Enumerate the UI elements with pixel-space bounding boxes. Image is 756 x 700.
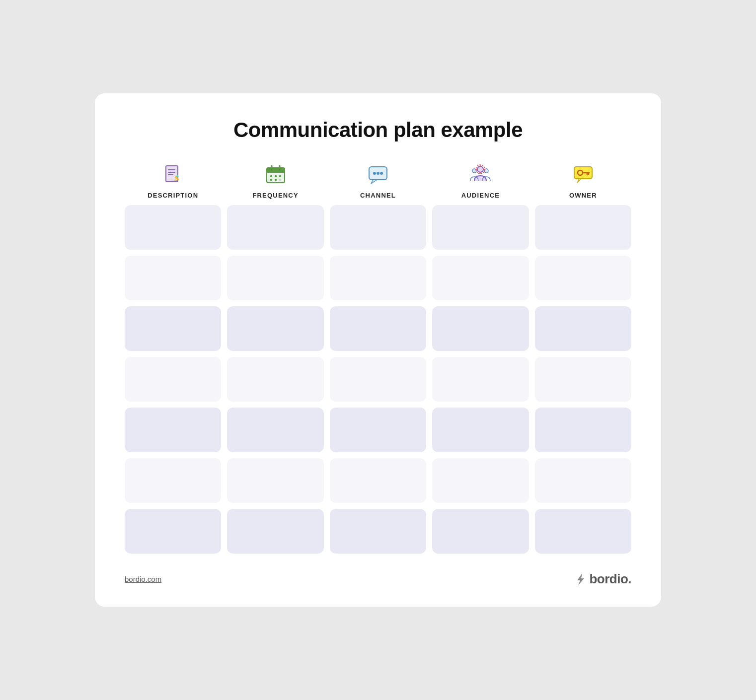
table-cell <box>125 256 221 300</box>
svg-rect-16 <box>279 175 281 177</box>
header-channel-label: CHANNEL <box>360 192 396 199</box>
svg-marker-34 <box>577 179 581 183</box>
table-cell <box>535 306 631 351</box>
audience-icon <box>467 162 493 188</box>
svg-rect-19 <box>279 179 281 181</box>
header-description: DESCRIPTION <box>125 162 221 199</box>
table-cell <box>535 509 631 554</box>
svg-point-25 <box>477 166 483 172</box>
table-cell <box>535 205 631 250</box>
svg-point-23 <box>377 172 379 175</box>
brand-logo-icon <box>573 572 587 586</box>
table-cell <box>125 509 221 554</box>
table-cell <box>330 458 426 503</box>
svg-marker-21 <box>371 180 377 184</box>
table-cell <box>535 458 631 503</box>
svg-rect-11 <box>267 171 285 173</box>
table-cell <box>125 408 221 452</box>
key-icon <box>570 162 596 188</box>
table-cell <box>432 357 529 402</box>
header-frequency: FREQUENCY <box>227 162 323 199</box>
table-cell <box>330 256 426 300</box>
footer: bordio.com bordio. <box>125 571 631 587</box>
table-cell <box>227 256 323 300</box>
header-description-label: DESCRIPTION <box>148 192 198 199</box>
table-header: DESCRIPTION FR <box>125 162 631 199</box>
table-row <box>125 408 631 452</box>
header-channel: CHANNEL <box>330 162 426 199</box>
table-cell <box>432 408 529 452</box>
table-row <box>125 306 631 351</box>
table-row <box>125 458 631 503</box>
svg-rect-15 <box>275 175 277 177</box>
table-cell <box>535 408 631 452</box>
brandmark: bordio. <box>573 571 631 587</box>
svg-point-22 <box>373 172 376 175</box>
svg-rect-17 <box>270 179 272 181</box>
main-card: Communication plan example <box>95 93 661 607</box>
table-cell <box>227 458 323 503</box>
table-body <box>125 205 631 554</box>
table-cell <box>227 408 323 452</box>
header-owner: OWNER <box>535 162 631 199</box>
footer-link[interactable]: bordio.com <box>125 575 161 583</box>
table-cell <box>432 256 529 300</box>
table-cell <box>330 509 426 554</box>
page-title: Communication plan example <box>125 118 631 142</box>
table-cell <box>330 408 426 452</box>
table-cell <box>535 357 631 402</box>
table-cell <box>227 306 323 351</box>
calendar-icon <box>263 162 289 188</box>
header-owner-label: OWNER <box>569 192 597 199</box>
table-cell <box>432 458 529 503</box>
header-audience-label: AUDIENCE <box>461 192 500 199</box>
table-row <box>125 256 631 300</box>
document-icon <box>160 162 186 188</box>
table-row <box>125 357 631 402</box>
header-audience: AUDIENCE <box>432 162 529 199</box>
chat-icon <box>365 162 391 188</box>
table-cell <box>432 306 529 351</box>
table-cell <box>227 509 323 554</box>
table-cell <box>227 205 323 250</box>
table-cell <box>330 357 426 402</box>
header-frequency-label: FREQUENCY <box>252 192 298 199</box>
svg-rect-14 <box>270 175 272 177</box>
table-row <box>125 205 631 250</box>
table-cell <box>125 306 221 351</box>
table-cell <box>330 306 426 351</box>
table-cell <box>125 205 221 250</box>
table-cell <box>227 357 323 402</box>
table-cell <box>535 256 631 300</box>
table-cell <box>125 357 221 402</box>
svg-rect-0 <box>166 166 178 182</box>
table-cell <box>432 509 529 554</box>
table-row <box>125 509 631 554</box>
table-cell <box>125 458 221 503</box>
svg-point-24 <box>380 172 383 175</box>
table-cell <box>330 205 426 250</box>
svg-rect-18 <box>275 179 277 181</box>
brand-name-label: bordio. <box>589 571 631 587</box>
table-cell <box>432 205 529 250</box>
